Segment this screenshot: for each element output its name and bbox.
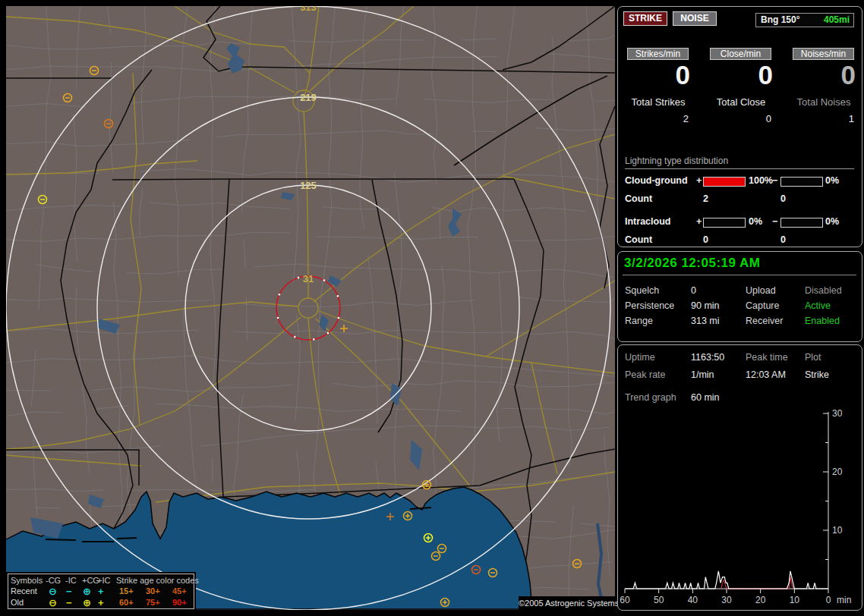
legend-row-label: Old — [11, 598, 24, 607]
capture-label: Capture — [746, 300, 779, 311]
plot-value: Strike — [805, 369, 829, 380]
squelch-label: Squelch — [625, 285, 659, 296]
legend-symbol-icon: − — [66, 599, 72, 607]
cg-positive-count: 2 — [703, 193, 708, 204]
ic-count-label: Count — [625, 234, 652, 245]
close-rate-value: 0 — [708, 61, 774, 89]
svg-text:10: 10 — [832, 525, 843, 536]
total-strikes-value: 2 — [625, 113, 692, 124]
receiver-label: Receiver — [746, 316, 783, 326]
cloud-ground-label: Cloud-ground — [625, 175, 688, 186]
range-label: Range — [625, 316, 653, 326]
trend-series-strikes-per-minute — [625, 571, 828, 589]
ic-negative-count: 0 — [780, 234, 786, 245]
legend-symbol-icon: ⊖ — [49, 599, 57, 607]
ring-label-125: 125 — [300, 180, 317, 191]
legend-age-value: 60+ — [119, 598, 134, 607]
noises-counter-column: Noises/min 0 Total Noises 1 — [790, 48, 857, 124]
persistence-label: Persistence — [625, 300, 674, 311]
cg-positive-bar — [703, 177, 746, 187]
strike-mode-button[interactable]: STRIKE — [623, 11, 667, 26]
total-close-label: Total Close — [708, 96, 774, 108]
ring-label-31: 31 — [303, 273, 314, 284]
strikes-rate-value: 0 — [625, 61, 692, 89]
svg-text:50: 50 — [654, 595, 664, 605]
legend-symbol-icon: ⊕ — [83, 587, 91, 596]
total-strikes-label: Total Strikes — [625, 96, 692, 108]
legend-age-value: 30+ — [146, 586, 160, 596]
legend-age-value: 75+ — [146, 598, 160, 607]
svg-text:20: 20 — [755, 595, 766, 605]
svg-text:60: 60 — [620, 595, 630, 605]
legend-symbol-icon: + — [98, 599, 104, 607]
noises-rate-value: 0 — [790, 61, 857, 89]
trend-graph-label: Trend graph — [625, 392, 676, 403]
legend-age-value: 90+ — [172, 598, 187, 607]
svg-text:40: 40 — [688, 595, 698, 605]
cg-negative-count: 0 — [780, 193, 786, 204]
upload-label: Upload — [746, 285, 776, 296]
legend-row-label: Recent — [11, 586, 37, 596]
cg-negative-bar — [780, 177, 823, 187]
ring-label-313: 313 — [300, 6, 317, 13]
ic-plus-sign: + — [696, 216, 702, 227]
trend-graph-chart: 6050403020100min102030 — [618, 409, 860, 608]
map-legend: Symbols-CG-IC+CG+ICStrike age color code… — [8, 574, 194, 609]
bearing-indicator: Bng 150° 405mi — [755, 13, 854, 27]
legend-header: -IC — [65, 576, 77, 585]
capture-status: Active — [805, 300, 831, 311]
peak-time-label: Peak time — [746, 352, 788, 363]
map-canvas[interactable]: 313 219 125 31 — [6, 6, 615, 610]
status-panel: 3/2/2026 12:05:19 AM Squelch 0 Upload Di… — [617, 251, 862, 342]
cg-negative-pct: 0% — [825, 175, 839, 186]
ic-minus-sign: − — [772, 216, 777, 227]
cg-minus-sign: − — [772, 175, 777, 186]
legend-symbol-icon: − — [66, 587, 72, 596]
copyright-text: ©2005 Astrogenic Systems — [519, 596, 615, 610]
close-counter-column: Close/min 0 Total Close 0 — [708, 48, 774, 124]
squelch-value: 0 — [691, 285, 696, 296]
persistence-value: 90 min — [691, 300, 720, 311]
svg-text:min: min — [837, 595, 851, 605]
cg-count-label: Count — [625, 193, 652, 204]
legend-header: +IC — [97, 576, 110, 585]
legend-symbol-icon: ⊕ — [83, 599, 91, 607]
legend-age-value: 45+ — [172, 586, 187, 596]
strikes-per-min-button[interactable]: Strikes/min — [627, 48, 689, 60]
noise-mode-button[interactable]: NOISE — [673, 11, 717, 26]
datetime-display: 3/2/2026 12:05:19 AM — [624, 256, 760, 271]
uptime-label: Uptime — [625, 352, 655, 363]
cg-plus-sign: + — [696, 175, 702, 186]
intracloud-label: Intracloud — [625, 216, 670, 227]
ring-label-219: 219 — [300, 92, 317, 103]
stats-trend-panel: Uptime 1163:50 Peak time Plot Peak rate … — [617, 344, 862, 611]
ic-positive-count: 0 — [703, 234, 708, 245]
svg-text:0: 0 — [826, 595, 831, 605]
noises-per-min-button[interactable]: Noises/min — [793, 48, 854, 60]
ic-positive-bar — [703, 218, 746, 228]
distribution-header: Lightning type distribution — [625, 156, 854, 169]
peak-rate-value: 1/min — [691, 369, 714, 380]
peak-rate-label: Peak rate — [625, 369, 666, 380]
strike-counters-panel: STRIKE NOISE Bng 150° 405mi Strikes/min … — [617, 6, 862, 247]
svg-text:20: 20 — [832, 467, 843, 477]
svg-text:30: 30 — [721, 595, 732, 605]
total-close-value: 0 — [708, 113, 774, 124]
trend-series-cloud-ground-positive — [721, 577, 793, 589]
total-noises-value: 1 — [790, 113, 857, 124]
legend-header: Symbols — [11, 576, 43, 585]
plot-label: Plot — [805, 352, 821, 363]
svg-text:30: 30 — [832, 409, 843, 419]
uptime-value: 1163:50 — [691, 352, 724, 363]
ic-negative-pct: 0% — [825, 216, 839, 227]
legend-age-header: Strike age color codes — [116, 576, 199, 585]
datetime-divider — [623, 275, 856, 275]
bearing-distance: 405mi — [824, 14, 850, 25]
ic-positive-pct: 0% — [749, 216, 762, 227]
range-value: 313 mi — [691, 316, 720, 326]
total-noises-label: Total Noises — [790, 96, 857, 108]
peak-time-value: 12:03 AM — [746, 369, 786, 380]
close-per-min-button[interactable]: Close/min — [710, 48, 771, 60]
legend-header: -CG — [46, 576, 61, 585]
ic-negative-bar — [780, 218, 823, 228]
